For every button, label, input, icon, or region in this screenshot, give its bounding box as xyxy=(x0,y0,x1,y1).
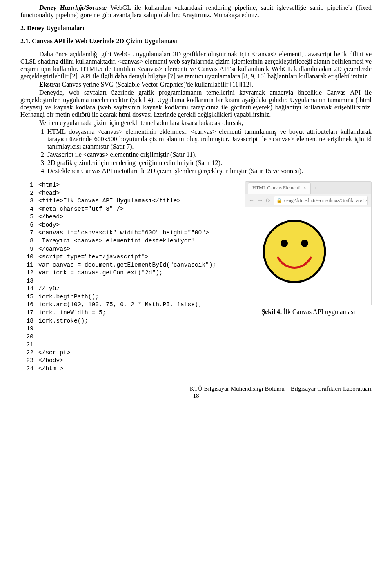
lock-icon: 🔒 xyxy=(276,198,282,203)
browser-preview: HTML Canvas Elementi × + ← → ⟳ 🔒 ceng2.k… xyxy=(245,181,372,305)
tab-title: HTML Canvas Elementi xyxy=(252,185,301,191)
link-baglantiyi[interactable]: bağlantıyı xyxy=(275,104,301,111)
url-box[interactable]: 🔒 ceng2.ktu.edu.tr/~cmyilmaz/GrafikLab/C… xyxy=(274,196,368,205)
url-text: ceng2.ktu.edu.tr/~cmyilmaz/GrafikLab/Ca xyxy=(284,198,368,204)
forward-icon[interactable]: → xyxy=(257,197,263,204)
figure-caption: Şekil 4. İlk Canvas API uygulaması xyxy=(245,308,372,316)
body-para-3: Deneyde, web sayfaları üzerinde grafik p… xyxy=(20,89,372,118)
step-2: Javascript ile <canvas> elementine erişi… xyxy=(47,151,372,158)
step-1: HTML dosyasına <canvas> elementinin ekle… xyxy=(47,128,372,150)
svg-point-2 xyxy=(301,240,308,247)
experiment-question-prefix: Deney Hazırlığı/Sorusu: xyxy=(39,4,107,11)
experiment-question: Deney Hazırlığı/Sorusu: WebGL ile kullan… xyxy=(20,4,372,19)
svg-point-1 xyxy=(281,240,288,247)
steps-list: HTML dosyasına <canvas> elementinin ekle… xyxy=(20,128,372,175)
smiley-drawing xyxy=(254,211,335,292)
browser-tab[interactable]: HTML Canvas Elementi × xyxy=(248,182,311,194)
body-para-1: Daha önce açıklandığı gibi WebGL uygulam… xyxy=(20,51,372,80)
back-icon[interactable]: ← xyxy=(249,197,254,204)
code-listing: 1<html> 2<head> 3<title>İlk Canvas API U… xyxy=(20,181,216,373)
plus-icon[interactable]: + xyxy=(314,185,317,191)
svg-point-0 xyxy=(264,221,325,282)
heading-2-1: 2.1. Canvas API ile Web Üzerinde 2D Çizi… xyxy=(20,38,372,45)
body-para-2: Ekstra: Canvas yerine SVG (Scalable Vect… xyxy=(20,81,372,88)
heading-2: 2. Deney Uygulamaları xyxy=(20,24,372,32)
close-icon[interactable]: × xyxy=(303,185,306,191)
body-para-4: Verilen uygulamada çizim için gerekli te… xyxy=(20,119,372,127)
step-3: 2D grafik çizimleri için rendering içeri… xyxy=(47,159,372,167)
page-footer: KTÜ Bilgisayar Mühendisliği Bölümü – Bil… xyxy=(0,384,392,392)
reload-icon[interactable]: ⟳ xyxy=(266,197,271,204)
step-4: Desteklenen Canvas API metotları ile 2D … xyxy=(47,167,372,175)
page-number: 18 xyxy=(0,392,392,399)
